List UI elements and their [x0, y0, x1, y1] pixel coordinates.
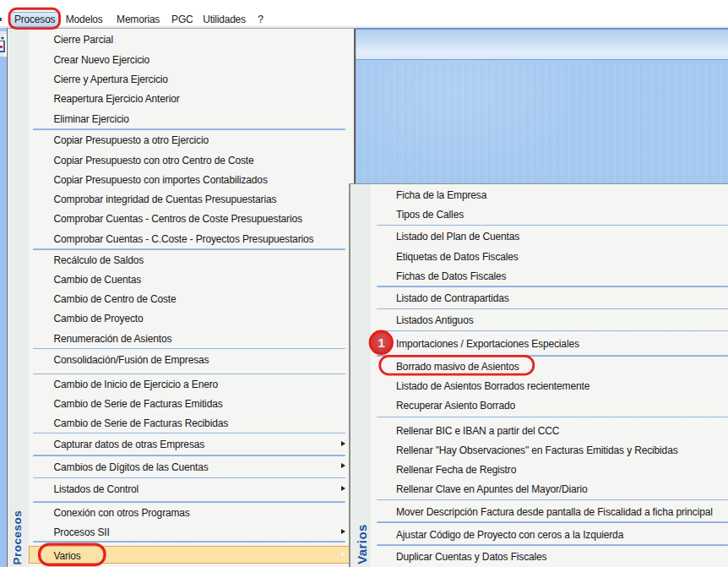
svg-text:1: 1 — [378, 335, 385, 350]
